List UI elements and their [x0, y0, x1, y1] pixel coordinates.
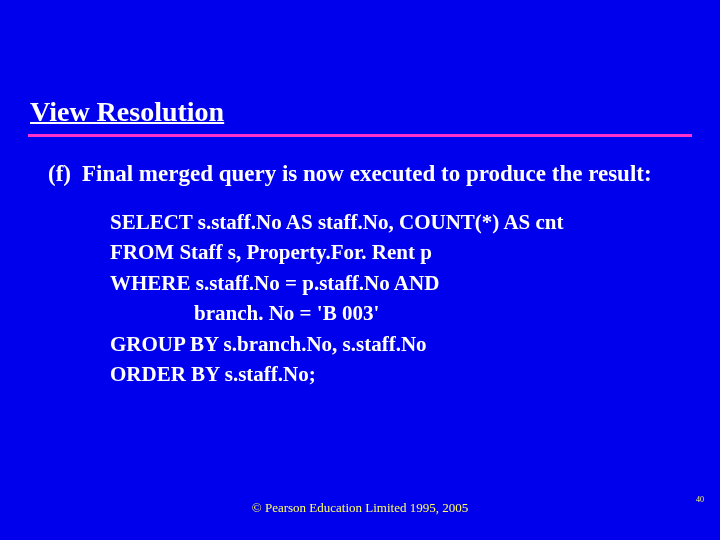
- list-item-marker: (f): [48, 160, 82, 189]
- footer-copyright: © Pearson Education Limited 1995, 2005: [0, 500, 720, 516]
- sql-line-6: ORDER BY s.staff.No;: [110, 359, 668, 389]
- sql-line-1: SELECT s.staff.No AS staff.No, COUNT(*) …: [110, 207, 668, 237]
- slide: View Resolution (f) Final merged query i…: [0, 0, 720, 540]
- sql-line-5: GROUP BY s.branch.No, s.staff.No: [110, 329, 668, 359]
- sql-block: SELECT s.staff.No AS staff.No, COUNT(*) …: [110, 207, 668, 390]
- title-wrap: View Resolution: [30, 96, 690, 128]
- slide-title: View Resolution: [30, 96, 224, 127]
- sql-line-4: branch. No = 'B 003': [110, 298, 668, 328]
- title-underline-rule: [28, 134, 692, 137]
- sql-line-3: WHERE s.staff.No = p.staff.No AND: [110, 268, 668, 298]
- list-item-text: Final merged query is now executed to pr…: [82, 160, 668, 189]
- body-text: (f) Final merged query is now executed t…: [48, 160, 668, 389]
- sql-line-2: FROM Staff s, Property.For. Rent p: [110, 237, 668, 267]
- list-item: (f) Final merged query is now executed t…: [48, 160, 668, 189]
- page-number: 40: [696, 495, 704, 504]
